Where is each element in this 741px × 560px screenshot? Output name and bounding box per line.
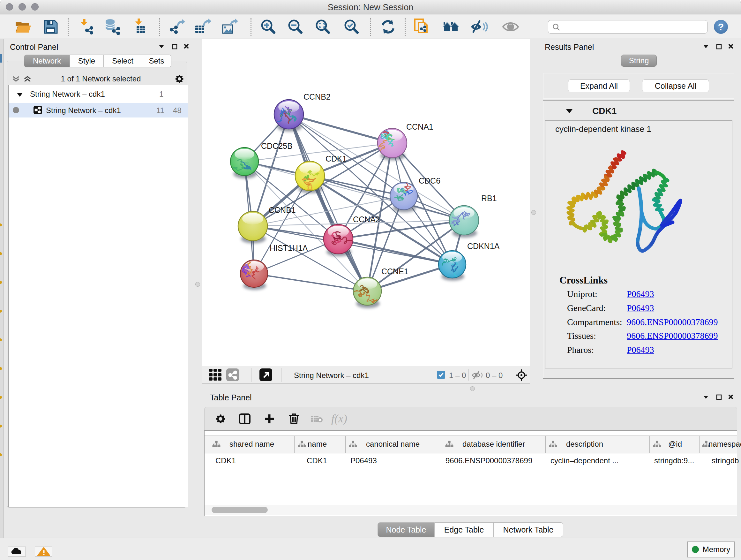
svg-text:CDK1: CDK1 (326, 154, 347, 163)
svg-text:CCNB2: CCNB2 (304, 92, 331, 101)
svg-text:CDC6: CDC6 (419, 176, 441, 185)
svg-text:HIST1H1A: HIST1H1A (270, 244, 308, 253)
svg-text:CCNA1: CCNA1 (406, 122, 433, 131)
svg-text:CDKN1A: CDKN1A (467, 242, 500, 251)
svg-text:CCNA2: CCNA2 (353, 215, 380, 224)
svg-text:CCNB1: CCNB1 (269, 206, 296, 214)
svg-text:CDC25B: CDC25B (261, 141, 293, 150)
svg-text:RB1: RB1 (481, 194, 497, 203)
svg-text:CCNE1: CCNE1 (381, 267, 408, 276)
